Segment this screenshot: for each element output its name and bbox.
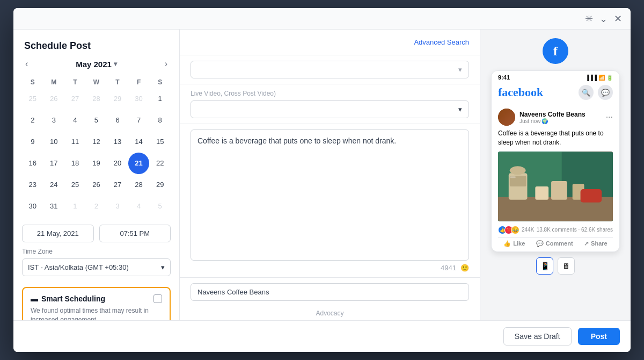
fb-post-text: Coffee is a beverage that puts one to sl… [498, 129, 613, 147]
chevron-down-icon[interactable]: ⌄ [599, 14, 608, 24]
calendar-day[interactable]: 28 [86, 88, 107, 110]
calendar-day[interactable]: 9 [22, 131, 43, 153]
day-header-tue: T [64, 76, 86, 88]
close-icon[interactable]: ✕ [614, 14, 622, 24]
calendar-day[interactable]: 1 [149, 88, 171, 110]
like-button[interactable]: 👍 Like [503, 240, 525, 247]
right-panel: f 9:41 ▐▐▐ 📶 🔋 facebook 🔍 [480, 30, 631, 320]
desktop-view-button[interactable]: 🖥 [558, 257, 575, 275]
fb-post-options-icon[interactable]: ··· [606, 112, 613, 122]
calendar-day[interactable]: 28 [128, 174, 150, 196]
calendar-day[interactable]: 25 [64, 174, 86, 196]
emoji-icon[interactable]: 🙂 [460, 264, 469, 272]
calendar-day[interactable]: 13 [107, 131, 128, 153]
share-button[interactable]: ↗ Share [584, 240, 608, 247]
calendar-day[interactable]: 26 [86, 174, 107, 196]
post-text-area[interactable]: Coffee is a beverage that puts one to sl… [191, 129, 469, 261]
mobile-view-button[interactable]: 📱 [536, 257, 553, 275]
fb-search-icon-btn[interactable]: 🔍 [579, 85, 594, 100]
signal-bars-icon: ▐▐▐ [586, 75, 597, 81]
calendar-day[interactable]: 30 [128, 88, 150, 110]
calendar-day[interactable]: 21 [128, 153, 150, 174]
fb-reactions-row: 👍 ❤️ 😂 244K 13.8K comments · 62.6K share… [498, 226, 613, 238]
like-icon: 👍 [503, 240, 511, 247]
smart-scheduling-checkbox[interactable] [153, 294, 162, 303]
calendar-day[interactable]: 8 [149, 110, 171, 131]
save-as-draft-button[interactable]: Save as Draft [503, 327, 572, 345]
time-input[interactable]: 07:51 PM [99, 225, 171, 242]
calendar-day[interactable]: 19 [86, 153, 107, 174]
calendar-day[interactable]: 3 [107, 196, 128, 217]
calendar-day[interactable]: 31 [43, 196, 65, 217]
calendar-day[interactable]: 17 [43, 153, 65, 174]
calendar-day[interactable]: 2 [86, 196, 107, 217]
calendar-day[interactable]: 16 [22, 153, 43, 174]
calendar-day[interactable]: 10 [43, 131, 65, 153]
calendar-day[interactable]: 14 [128, 131, 150, 153]
fb-app-header: facebook 🔍 💬 [492, 83, 619, 104]
svg-rect-11 [581, 189, 602, 203]
calendar-day[interactable]: 20 [107, 153, 128, 174]
svg-rect-9 [551, 181, 567, 200]
profile-select[interactable]: ▾ [191, 61, 469, 78]
calendar-day[interactable]: 1 [64, 196, 86, 217]
calendar-day[interactable]: 12 [86, 131, 107, 153]
calendar-day[interactable]: 24 [43, 174, 65, 196]
page-section: Naveens Coffee Beans [180, 277, 480, 306]
advocacy-footer: Advocacy [180, 306, 480, 320]
share-label: Share [591, 240, 608, 247]
modal-body: Schedule Post ‹ May 2021 ▾ › S M [13, 30, 631, 320]
month-dropdown-icon[interactable]: ▾ [114, 60, 117, 68]
day-header-sat: S [149, 76, 171, 88]
char-count-row: 4941 🙂 [191, 264, 469, 272]
fb-messenger-icon-btn[interactable]: 💬 [598, 85, 613, 100]
wifi-icon: 📶 [598, 75, 605, 81]
calendar-day[interactable]: 29 [107, 88, 128, 110]
dropdown-row: ▾ [180, 55, 480, 84]
calendar-day[interactable]: 6 [107, 110, 128, 131]
calendar-day[interactable]: 5 [149, 196, 171, 217]
timezone-value: IST - Asia/Kolkata (GMT +05:30) [28, 263, 129, 271]
prev-month-button[interactable]: ‹ [22, 58, 31, 70]
calendar-day[interactable]: 29 [149, 174, 171, 196]
calendar-day[interactable]: 22 [149, 153, 171, 174]
fb-reactions-right: 13.8K comments · 62.6K shares [537, 227, 613, 233]
calendar-day[interactable]: 7 [128, 110, 150, 131]
calendar-day[interactable]: 25 [22, 88, 43, 110]
profile-select-chevron: ▾ [458, 66, 462, 74]
comment-button[interactable]: 💬 Comment [536, 240, 573, 247]
calendar-day[interactable]: 30 [22, 196, 43, 217]
calendar-day[interactable]: 18 [64, 153, 86, 174]
timezone-select[interactable]: IST - Asia/Kolkata (GMT +05:30) ▾ [22, 258, 171, 276]
next-month-button[interactable]: › [162, 58, 171, 70]
smart-scheduling-header: ▬ Smart Scheduling [31, 294, 162, 303]
advanced-search-link[interactable]: Advanced Search [414, 38, 469, 46]
mobile-icon: 📱 [540, 262, 550, 270]
calendar-day[interactable]: 4 [128, 196, 150, 217]
calendar-day[interactable]: 15 [149, 131, 171, 153]
page-field: Naveens Coffee Beans [191, 283, 469, 301]
calendar-nav: ‹ May 2021 ▾ › [22, 58, 171, 70]
day-header-thu: T [107, 76, 128, 88]
calendar-day[interactable]: 5 [86, 110, 107, 131]
post-button[interactable]: Post [578, 328, 620, 345]
calendar-day[interactable]: 2 [22, 110, 43, 131]
calendar-day[interactable]: 27 [107, 174, 128, 196]
calendar-day[interactable]: 27 [64, 88, 86, 110]
calendar-day[interactable]: 11 [64, 131, 86, 153]
post-type-select[interactable]: ▾ [191, 100, 469, 118]
datetime-row: 21 May, 2021 07:51 PM [13, 217, 179, 248]
date-input[interactable]: 21 May, 2021 [22, 225, 94, 242]
timezone-section: Time Zone IST - Asia/Kolkata (GMT +05:30… [13, 248, 179, 283]
fb-time-text: Just now [519, 118, 540, 124]
calendar-day[interactable]: 3 [43, 110, 65, 131]
calendar-day[interactable]: 4 [64, 110, 86, 131]
calendar: ‹ May 2021 ▾ › S M T W T [13, 58, 179, 217]
pin-icon[interactable]: ✳ [585, 14, 593, 24]
day-header-sun: S [22, 76, 43, 88]
post-type-section: Live Video, Cross Post Video) ▾ [180, 84, 480, 124]
smart-scheduling-icon: ▬ [31, 294, 38, 303]
calendar-day[interactable]: 23 [22, 174, 43, 196]
fb-post-time: Just now 🌍 [519, 118, 586, 124]
calendar-day[interactable]: 26 [43, 88, 65, 110]
